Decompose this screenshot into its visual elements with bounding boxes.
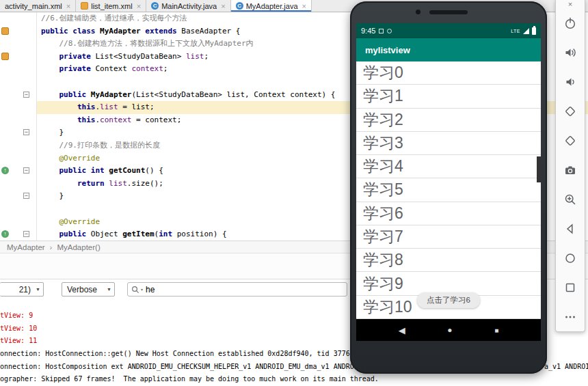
back-button[interactable]: ◀ <box>399 325 405 335</box>
home-icon <box>563 251 577 265</box>
fold-marker-icon[interactable]: − <box>23 92 29 98</box>
editor-tab-MyAdapter.java[interactable]: CMyAdapter.java× <box>231 0 312 12</box>
log-level-dropdown[interactable]: Verbose ▼ <box>62 282 115 297</box>
gutter: ↑− <box>0 165 37 178</box>
tab-label: MainActivity.java <box>161 2 217 10</box>
gutter <box>0 51 37 64</box>
back-button[interactable] <box>560 214 580 243</box>
fold-marker-icon[interactable]: − <box>23 193 29 199</box>
tab-close-icon[interactable]: × <box>137 2 141 10</box>
gutter <box>0 63 37 76</box>
java-class-icon: C <box>151 2 159 10</box>
power-icon <box>563 16 577 30</box>
status-bar: 9:45 LTE <box>356 23 541 38</box>
gutter <box>0 216 37 229</box>
breadcrumb-class[interactable]: MyAdapter <box>7 243 45 251</box>
device-dropdown-value: 21) <box>19 285 31 294</box>
emulator-screen[interactable]: 9:45 LTE mylistview 学习0学习1学习2学习3学习4学习5学习… <box>356 23 541 341</box>
close-icon[interactable]: × <box>568 0 572 9</box>
zoom-in-button[interactable] <box>560 184 580 214</box>
fold-marker-icon[interactable]: − <box>23 231 29 237</box>
list-scrollbar-thumb[interactable] <box>537 156 541 182</box>
list-item[interactable]: 学习0 <box>356 61 541 85</box>
gutter <box>0 101 37 114</box>
screenshot-button[interactable] <box>560 156 580 185</box>
gutter <box>0 178 37 191</box>
rotate-right-icon <box>563 134 577 148</box>
logcat-overflow-fragment: a_v1 ANDROID. <box>544 361 588 374</box>
home-button[interactable]: ● <box>447 325 452 335</box>
gutter <box>0 25 37 38</box>
list-item[interactable]: 学习6 <box>356 202 541 225</box>
gutter <box>0 76 37 89</box>
overview-button[interactable] <box>560 273 580 302</box>
phone-speaker <box>429 10 468 14</box>
search-icon <box>131 286 139 294</box>
log-line[interactable]: ographer: Skipped 67 frames! The applica… <box>0 373 588 386</box>
tab-label: MyAdapter.java <box>246 2 298 10</box>
list-item[interactable]: 学习3 <box>356 132 541 155</box>
fold-marker-icon[interactable]: − <box>23 129 29 135</box>
power-button[interactable] <box>560 9 580 38</box>
gutter <box>0 38 37 51</box>
log-level-value: Verbose <box>67 285 97 294</box>
override-marker-icon[interactable]: ↑ <box>1 167 9 174</box>
app-title: mylistview <box>365 45 410 55</box>
search-options-chevron-icon[interactable]: ▾ <box>141 287 143 292</box>
gutter-marker-icon[interactable] <box>1 27 9 35</box>
notification-icon <box>379 29 384 33</box>
network-type-label: LTE <box>511 29 520 33</box>
list-item[interactable]: 学习7 <box>356 225 541 249</box>
editor-tab-activity_main.xml[interactable]: activity_main.xml× <box>0 0 76 12</box>
overview-icon <box>563 281 577 294</box>
gutter: ↑− <box>0 228 37 240</box>
search-value: he <box>146 285 155 294</box>
logcat-search-input[interactable]: ▾ he <box>127 282 347 297</box>
device-dropdown[interactable]: 21) ▼ <box>0 282 44 297</box>
overview-button[interactable]: ■ <box>494 327 498 334</box>
breadcrumb-method[interactable]: MyAdapter() <box>57 243 100 251</box>
volume-down-icon <box>563 75 577 89</box>
fold-marker-icon[interactable]: − <box>23 167 29 174</box>
gutter-marker-icon[interactable] <box>1 53 9 60</box>
xml-file-icon <box>81 2 88 10</box>
gutter <box>0 12 37 25</box>
app-bar: mylistview <box>356 38 541 61</box>
breadcrumb-separator-icon: › <box>50 243 53 251</box>
list-item[interactable]: 学习4 <box>356 155 541 178</box>
back-icon <box>563 222 577 236</box>
clock: 9:45 <box>361 27 375 35</box>
volume-up-icon <box>563 46 577 59</box>
home-button[interactable] <box>560 243 580 273</box>
tab-label: list_item.xml <box>91 2 133 10</box>
gutter <box>0 114 37 127</box>
list-item[interactable]: 学习2 <box>356 109 541 132</box>
tab-label: activity_main.xml <box>5 2 62 10</box>
override-marker-icon[interactable]: ↑ <box>1 230 9 238</box>
tab-close-icon[interactable]: × <box>66 2 70 10</box>
list-item[interactable]: 学习8 <box>356 249 541 272</box>
list-item[interactable]: 学习1 <box>356 85 541 108</box>
list-item[interactable]: 学习5 <box>356 178 541 202</box>
gutter: − <box>0 89 37 102</box>
volume-up-button[interactable] <box>560 38 580 68</box>
chevron-down-icon: ▼ <box>107 287 111 292</box>
emulator-window: 9:45 LTE mylistview 学习0学习1学习2学习3学习4学习5学习… <box>350 1 547 374</box>
tab-close-icon[interactable]: × <box>302 2 306 10</box>
editor-tab-MainActivity.java[interactable]: CMainActivity.java× <box>146 0 231 12</box>
gutter: − <box>0 126 37 139</box>
tab-close-icon[interactable]: × <box>221 2 225 10</box>
phone-camera <box>416 10 420 14</box>
more-icon <box>563 310 577 324</box>
nav-bar: ◀●■ <box>356 319 541 341</box>
java-class-icon: C <box>236 2 243 10</box>
more-button[interactable] <box>560 302 580 331</box>
gutter <box>0 139 37 152</box>
rotate-left-icon <box>563 105 577 118</box>
rotate-left-button[interactable] <box>560 97 580 126</box>
toast: 点击了学习6 <box>417 292 480 308</box>
editor-tab-list_item.xml[interactable]: list_item.xml× <box>76 0 146 12</box>
volume-down-button[interactable] <box>560 68 580 97</box>
rotate-right-button[interactable] <box>560 126 580 156</box>
listview[interactable]: 学习0学习1学习2学习3学习4学习5学习6学习7学习8学习9学习10 <box>356 61 541 319</box>
